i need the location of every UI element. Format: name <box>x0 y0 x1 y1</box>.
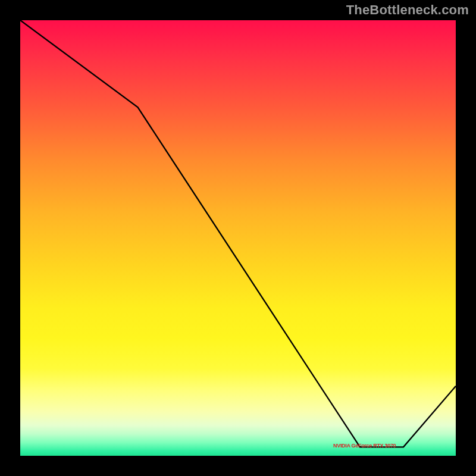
chart-frame: TheBottleneck.com NVIDIA GeForce RTX 307… <box>0 0 476 476</box>
watermark-text: TheBottleneck.com <box>346 2 469 18</box>
plot-border <box>19 19 457 457</box>
optimal-hardware-annotation: NVIDIA GeForce RTX 3070 <box>333 443 396 449</box>
